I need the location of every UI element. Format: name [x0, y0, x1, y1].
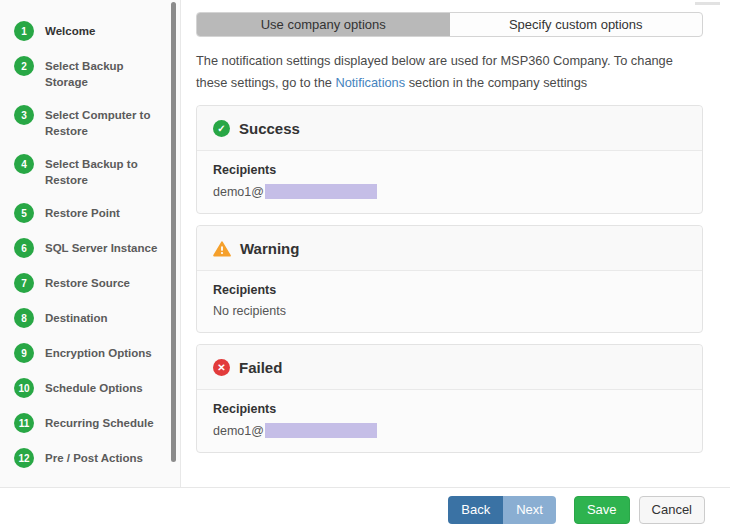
- step-label: Encryption Options: [45, 343, 167, 361]
- sidebar-step-welcome[interactable]: 1 Welcome: [14, 21, 180, 41]
- sidebar-step-select-backup-to-restore[interactable]: 4 Select Backup to Restore: [14, 154, 180, 188]
- sidebar-step-pre-post-actions[interactable]: 12 Pre / Post Actions: [14, 448, 180, 468]
- sidebar-step-restore-point[interactable]: 5 Restore Point: [14, 203, 180, 223]
- sidebar-step-destination[interactable]: 8 Destination: [14, 308, 180, 328]
- step-label: Select Backup to Restore: [45, 154, 167, 188]
- failed-card-title: Failed: [239, 359, 282, 376]
- tab-specify-custom-options[interactable]: Specify custom options: [450, 13, 703, 36]
- step-label: Select Backup Storage: [45, 56, 167, 90]
- recipient-email-prefix: demo1@: [213, 424, 264, 438]
- recipients-value: demo1@: [213, 184, 686, 199]
- failed-card-body: Recipients demo1@: [197, 390, 702, 452]
- redacted-email-mask: [265, 423, 377, 438]
- step-number-badge: 3: [14, 105, 34, 125]
- recipients-label: Recipients: [213, 283, 686, 297]
- warning-triangle-icon: [213, 241, 231, 257]
- step-label: Recurring Schedule: [45, 413, 167, 431]
- back-button[interactable]: Back: [448, 496, 503, 524]
- restore-wizard-dialog: 1 Welcome 2 Select Backup Storage 3 Sele…: [0, 0, 730, 531]
- notification-options-panel: Use company options Specify custom optio…: [181, 0, 730, 487]
- save-button[interactable]: Save: [574, 496, 630, 524]
- success-card-header: ✓ Success: [197, 106, 702, 151]
- next-button[interactable]: Next: [503, 496, 556, 524]
- step-number-badge: 8: [14, 308, 34, 328]
- warning-card-title: Warning: [240, 240, 299, 257]
- sidebar-step-restore-source[interactable]: 7 Restore Source: [14, 273, 180, 293]
- success-card-body: Recipients demo1@: [197, 151, 702, 213]
- step-number-badge: 12: [14, 448, 34, 468]
- step-label: Schedule Options: [45, 378, 167, 396]
- failed-notification-card: ✕ Failed Recipients demo1@: [196, 344, 703, 453]
- step-label: Welcome: [45, 21, 167, 39]
- notifications-link[interactable]: Notifications: [335, 75, 405, 90]
- recipient-email-prefix: demo1@: [213, 185, 264, 199]
- step-number-badge: 2: [14, 56, 34, 76]
- sidebar-step-sql-server-instance[interactable]: 6 SQL Server Instance: [14, 238, 180, 258]
- step-number-badge: 10: [14, 378, 34, 398]
- step-number-badge: 6: [14, 238, 34, 258]
- sidebar-step-schedule-options[interactable]: 10 Schedule Options: [14, 378, 180, 398]
- failed-card-header: ✕ Failed: [197, 345, 702, 390]
- step-label: Pre / Post Actions: [45, 448, 167, 466]
- check-circle-icon: ✓: [213, 120, 230, 137]
- step-number-badge: 11: [14, 413, 34, 433]
- wizard-footer: Back Next Save Cancel: [0, 487, 730, 531]
- warning-card-body: Recipients No recipients: [197, 271, 702, 332]
- notification-options-toggle: Use company options Specify custom optio…: [196, 12, 703, 37]
- recipients-label: Recipients: [213, 402, 686, 416]
- warning-card-header: Warning: [197, 226, 702, 271]
- sidebar-scrollbar-thumb[interactable]: [171, 2, 176, 462]
- step-label: Select Computer to Restore: [45, 105, 167, 139]
- success-notification-card: ✓ Success Recipients demo1@: [196, 105, 703, 214]
- step-label: Restore Source: [45, 273, 167, 291]
- tab-use-company-options[interactable]: Use company options: [197, 13, 450, 36]
- wizard-steps-sidebar: 1 Welcome 2 Select Backup Storage 3 Sele…: [0, 0, 181, 487]
- redacted-email-mask: [265, 184, 377, 199]
- recipients-label: Recipients: [213, 163, 686, 177]
- recipients-value: demo1@: [213, 423, 686, 438]
- sidebar-step-select-computer-to-restore[interactable]: 3 Select Computer to Restore: [14, 105, 180, 139]
- sidebar-step-recurring-schedule[interactable]: 11 Recurring Schedule: [14, 413, 180, 433]
- sidebar-step-encryption-options[interactable]: 9 Encryption Options: [14, 343, 180, 363]
- description-text-after: section in the company settings: [405, 75, 587, 90]
- recipients-value: No recipients: [213, 304, 686, 318]
- error-circle-icon: ✕: [213, 359, 230, 376]
- warning-notification-card: Warning Recipients No recipients: [196, 225, 703, 333]
- step-label: Destination: [45, 308, 167, 326]
- step-label: Restore Point: [45, 203, 167, 221]
- step-number-badge: 5: [14, 203, 34, 223]
- step-label: SQL Server Instance: [45, 238, 167, 256]
- step-number-badge: 1: [14, 21, 34, 41]
- no-recipients-text: No recipients: [213, 304, 286, 318]
- notification-settings-description: The notification settings displayed belo…: [196, 50, 701, 94]
- cancel-button[interactable]: Cancel: [639, 496, 705, 524]
- success-card-title: Success: [239, 120, 300, 137]
- step-number-badge: 4: [14, 154, 34, 174]
- step-number-badge: 7: [14, 273, 34, 293]
- sidebar-step-select-backup-storage[interactable]: 2 Select Backup Storage: [14, 56, 180, 90]
- step-number-badge: 9: [14, 343, 34, 363]
